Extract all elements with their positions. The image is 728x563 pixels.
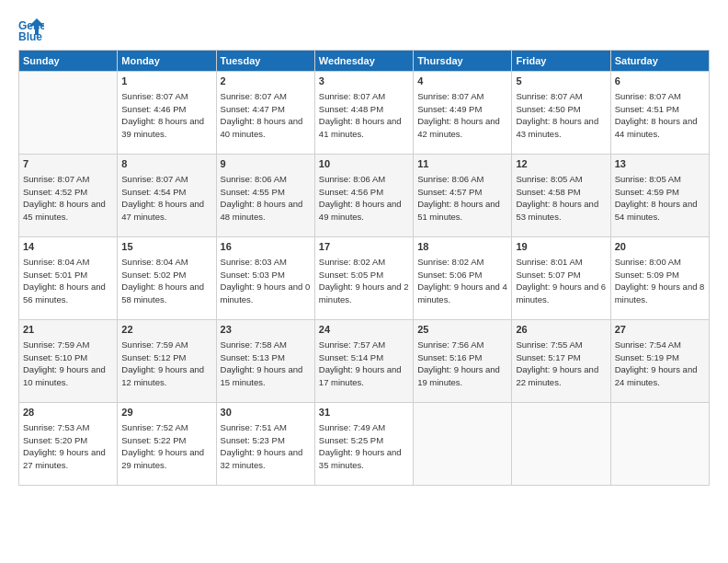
- calendar-cell: 3Sunrise: 8:07 AMSunset: 4:48 PMDaylight…: [314, 72, 413, 155]
- daylight-text: Daylight: 9 hours and 24 minutes.: [615, 364, 698, 387]
- calendar-cell: [610, 403, 709, 486]
- day-number: 18: [417, 240, 507, 255]
- sunrise-text: Sunrise: 8:07 AM: [121, 174, 188, 184]
- day-number: 15: [121, 240, 211, 255]
- daylight-text: Daylight: 9 hours and 19 minutes.: [417, 364, 500, 387]
- calendar-cell: 12Sunrise: 8:05 AMSunset: 4:58 PMDayligh…: [512, 155, 610, 237]
- daylight-text: Daylight: 8 hours and 58 minutes.: [121, 282, 204, 304]
- sunset-text: Sunset: 5:22 PM: [121, 435, 186, 445]
- weekday-header: Monday: [118, 51, 216, 72]
- calendar-cell: 18Sunrise: 8:02 AMSunset: 5:06 PMDayligh…: [414, 237, 512, 320]
- calendar-cell: 31Sunrise: 7:49 AMSunset: 5:25 PMDayligh…: [314, 403, 413, 486]
- day-number: 24: [319, 323, 409, 338]
- calendar-cell: 15Sunrise: 8:04 AMSunset: 5:02 PMDayligh…: [118, 237, 216, 320]
- daylight-text: Daylight: 8 hours and 47 minutes.: [121, 199, 204, 222]
- day-number: 7: [23, 157, 113, 172]
- sunrise-text: Sunrise: 8:05 AM: [615, 174, 681, 184]
- daylight-text: Daylight: 9 hours and 15 minutes.: [221, 364, 303, 387]
- calendar-cell: 26Sunrise: 7:55 AMSunset: 5:17 PMDayligh…: [512, 320, 610, 403]
- calendar-cell: 7Sunrise: 8:07 AMSunset: 4:52 PMDaylight…: [19, 155, 118, 237]
- daylight-text: Daylight: 9 hours and 17 minutes.: [319, 364, 402, 387]
- sunset-text: Sunset: 4:56 PM: [319, 187, 383, 197]
- calendar-week-row: 7Sunrise: 8:07 AMSunset: 4:52 PMDaylight…: [19, 155, 710, 237]
- sunset-text: Sunset: 5:23 PM: [221, 435, 285, 445]
- sunset-text: Sunset: 4:58 PM: [516, 187, 580, 197]
- calendar-cell: 25Sunrise: 7:56 AMSunset: 5:16 PMDayligh…: [414, 320, 512, 403]
- svg-text:Blue: Blue: [18, 30, 42, 42]
- daylight-text: Daylight: 9 hours and 35 minutes.: [319, 447, 402, 470]
- sunrise-text: Sunrise: 7:57 AM: [319, 339, 385, 350]
- sunrise-text: Sunrise: 8:07 AM: [417, 91, 483, 101]
- calendar-cell: 2Sunrise: 8:07 AMSunset: 4:47 PMDaylight…: [216, 72, 314, 155]
- sunrise-text: Sunrise: 7:52 AM: [121, 422, 188, 432]
- sunset-text: Sunset: 4:49 PM: [417, 104, 482, 114]
- day-number: 25: [417, 323, 507, 338]
- sunrise-text: Sunrise: 7:51 AM: [221, 422, 287, 432]
- calendar-cell: 13Sunrise: 8:05 AMSunset: 4:59 PMDayligh…: [610, 155, 709, 237]
- calendar-week-row: 1Sunrise: 8:07 AMSunset: 4:46 PMDaylight…: [19, 72, 710, 155]
- day-number: 20: [615, 240, 705, 255]
- sunrise-text: Sunrise: 8:02 AM: [319, 257, 385, 267]
- sunrise-text: Sunrise: 7:53 AM: [23, 422, 89, 432]
- daylight-text: Daylight: 8 hours and 41 minutes.: [319, 116, 402, 139]
- calendar-cell: 11Sunrise: 8:06 AMSunset: 4:57 PMDayligh…: [414, 155, 512, 237]
- sunrise-text: Sunrise: 8:02 AM: [417, 257, 483, 267]
- sunset-text: Sunset: 5:09 PM: [615, 270, 679, 280]
- daylight-text: Daylight: 8 hours and 48 minutes.: [221, 199, 303, 222]
- calendar-page: General Blue SundayMondayTuesdayWednesda…: [0, 0, 728, 563]
- sunrise-text: Sunrise: 8:00 AM: [615, 257, 681, 267]
- sunset-text: Sunset: 4:51 PM: [615, 104, 679, 114]
- calendar-cell: 21Sunrise: 7:59 AMSunset: 5:10 PMDayligh…: [19, 320, 118, 403]
- calendar-cell: 16Sunrise: 8:03 AMSunset: 5:03 PMDayligh…: [216, 237, 314, 320]
- calendar-cell: [512, 403, 610, 486]
- calendar-body: 1Sunrise: 8:07 AMSunset: 4:46 PMDaylight…: [19, 72, 710, 486]
- day-number: 5: [516, 75, 606, 89]
- daylight-text: Daylight: 9 hours and 22 minutes.: [516, 364, 598, 387]
- daylight-text: Daylight: 8 hours and 56 minutes.: [23, 282, 106, 304]
- weekday-header: Thursday: [414, 51, 512, 72]
- sunrise-text: Sunrise: 8:07 AM: [23, 174, 89, 184]
- daylight-text: Daylight: 8 hours and 45 minutes.: [23, 199, 106, 222]
- sunset-text: Sunset: 5:07 PM: [516, 270, 580, 280]
- sunset-text: Sunset: 5:06 PM: [417, 270, 482, 280]
- sunset-text: Sunset: 4:50 PM: [516, 104, 580, 114]
- daylight-text: Daylight: 9 hours and 8 minutes.: [615, 282, 705, 304]
- sunset-text: Sunset: 4:54 PM: [121, 187, 186, 197]
- sunrise-text: Sunrise: 8:05 AM: [516, 174, 582, 184]
- day-number: 4: [417, 75, 507, 89]
- day-number: 13: [615, 157, 705, 172]
- sunrise-text: Sunrise: 8:07 AM: [221, 91, 287, 101]
- daylight-text: Daylight: 8 hours and 43 minutes.: [516, 116, 598, 139]
- day-number: 9: [221, 157, 311, 172]
- day-number: 19: [516, 240, 606, 255]
- weekday-header: Saturday: [610, 51, 709, 72]
- sunset-text: Sunset: 5:03 PM: [221, 270, 285, 280]
- day-number: 3: [319, 75, 409, 89]
- daylight-text: Daylight: 9 hours and 4 minutes.: [417, 282, 507, 304]
- calendar-cell: 10Sunrise: 8:06 AMSunset: 4:56 PMDayligh…: [314, 155, 413, 237]
- sunrise-text: Sunrise: 8:06 AM: [221, 174, 287, 184]
- sunrise-text: Sunrise: 7:59 AM: [23, 339, 89, 350]
- sunset-text: Sunset: 5:10 PM: [23, 352, 87, 362]
- calendar-cell: [19, 72, 118, 155]
- weekday-header: Tuesday: [216, 51, 314, 72]
- sunrise-text: Sunrise: 8:04 AM: [121, 257, 188, 267]
- sunrise-text: Sunrise: 7:56 AM: [417, 339, 483, 350]
- day-number: 27: [615, 323, 705, 338]
- calendar-cell: 1Sunrise: 8:07 AMSunset: 4:46 PMDaylight…: [118, 72, 216, 155]
- day-number: 1: [121, 75, 211, 89]
- calendar-header-row: SundayMondayTuesdayWednesdayThursdayFrid…: [19, 51, 710, 72]
- calendar-cell: 4Sunrise: 8:07 AMSunset: 4:49 PMDaylight…: [414, 72, 512, 155]
- weekday-header: Wednesday: [314, 51, 413, 72]
- sunset-text: Sunset: 5:12 PM: [121, 352, 186, 362]
- calendar-cell: 5Sunrise: 8:07 AMSunset: 4:50 PMDaylight…: [512, 72, 610, 155]
- sunrise-text: Sunrise: 8:07 AM: [319, 91, 385, 101]
- sunrise-text: Sunrise: 8:07 AM: [516, 91, 582, 101]
- day-number: 2: [221, 75, 311, 89]
- daylight-text: Daylight: 9 hours and 32 minutes.: [221, 447, 303, 470]
- daylight-text: Daylight: 8 hours and 54 minutes.: [615, 199, 698, 222]
- day-number: 17: [319, 240, 409, 255]
- weekday-header: Friday: [512, 51, 610, 72]
- daylight-text: Daylight: 8 hours and 39 minutes.: [121, 116, 204, 139]
- daylight-text: Daylight: 9 hours and 27 minutes.: [23, 447, 106, 470]
